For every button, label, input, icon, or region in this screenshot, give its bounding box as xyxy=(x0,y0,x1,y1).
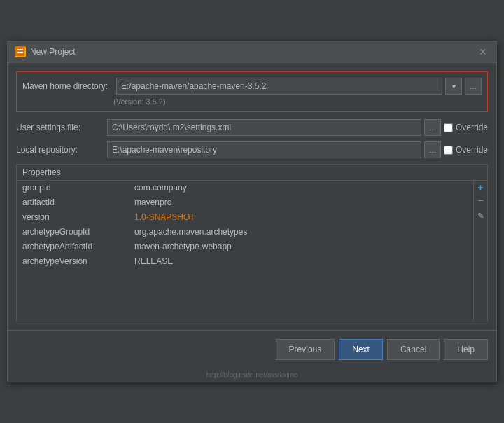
dialog-content: Maven home directory: ▾ … (Version: 3.5.… xyxy=(8,63,496,330)
remove-property-button[interactable]: − xyxy=(475,195,486,206)
table-row[interactable]: version1.0-SNAPSHOT xyxy=(17,210,473,225)
table-row[interactable]: archetypeArtifactIdmaven-archetype-webap… xyxy=(17,240,473,254)
prop-value: mavenpro xyxy=(134,197,172,207)
local-repo-row: Local repository: … Override xyxy=(16,141,488,158)
prop-value: RELEASE xyxy=(134,256,173,266)
prop-key: groupId xyxy=(22,183,134,193)
properties-section: Properties groupIdcom.companyartifactIdm… xyxy=(16,164,488,321)
watermark: http://blog.csdn.net/markximo xyxy=(8,368,496,382)
dialog-title: New Project xyxy=(30,47,76,57)
maven-browse-button[interactable]: … xyxy=(465,78,482,95)
user-settings-input-group: … Override xyxy=(107,119,488,136)
local-repo-input-group: … Override xyxy=(107,141,488,158)
user-settings-override-checkbox[interactable] xyxy=(444,123,453,132)
maven-input[interactable] xyxy=(116,78,442,95)
prop-value: maven-archetype-webapp xyxy=(134,242,232,251)
local-repo-label: Local repository: xyxy=(16,145,107,155)
local-repo-override-label: Override xyxy=(456,145,488,155)
dialog-icon xyxy=(15,46,26,57)
table-row[interactable]: archetypeVersionRELEASE xyxy=(17,254,473,269)
user-settings-override-group: Override xyxy=(444,123,488,132)
title-bar: New Project ✕ xyxy=(8,41,496,63)
maven-section: Maven home directory: ▾ … (Version: 3.5.… xyxy=(16,71,488,112)
help-button[interactable]: Help xyxy=(444,339,488,360)
next-button[interactable]: Next xyxy=(339,339,383,360)
user-settings-row: User settings file: … Override xyxy=(16,119,488,136)
maven-dropdown-button[interactable]: ▾ xyxy=(445,78,462,95)
user-settings-override-label: Override xyxy=(456,123,488,132)
title-bar-left: New Project xyxy=(15,46,76,57)
cancel-button[interactable]: Cancel xyxy=(387,339,440,360)
properties-body: groupIdcom.companyartifactIdmavenprovers… xyxy=(17,181,487,321)
button-row: Previous Next Cancel Help xyxy=(8,330,496,368)
prop-key: version xyxy=(22,212,134,222)
prop-key: archetypeArtifactId xyxy=(22,242,134,251)
user-settings-browse-button[interactable]: … xyxy=(424,119,441,136)
user-settings-label: User settings file: xyxy=(16,123,107,132)
edit-property-button[interactable]: ✎ xyxy=(475,210,486,221)
table-row[interactable]: archetypeGroupIdorg.apache.maven.archety… xyxy=(17,225,473,240)
properties-table: groupIdcom.companyartifactIdmavenprovers… xyxy=(17,181,473,321)
close-button[interactable]: ✕ xyxy=(477,46,489,58)
prop-key: archetypeGroupId xyxy=(22,227,134,237)
table-row[interactable]: artifactIdmavenpro xyxy=(17,195,473,210)
properties-sidebar: + − ✎ xyxy=(473,181,487,321)
prop-value: 1.0-SNAPSHOT xyxy=(134,212,195,222)
prop-value: com.company xyxy=(134,183,187,193)
svg-rect-1 xyxy=(18,49,23,50)
local-repo-override-group: Override xyxy=(444,145,488,155)
properties-header: Properties xyxy=(17,165,487,181)
maven-home-row: Maven home directory: ▾ … xyxy=(22,78,482,95)
new-project-dialog: New Project ✕ Maven home directory: ▾ … … xyxy=(7,41,497,382)
prop-key: artifactId xyxy=(22,197,134,207)
previous-button[interactable]: Previous xyxy=(276,339,335,360)
local-repo-override-checkbox[interactable] xyxy=(444,146,453,155)
add-property-button[interactable]: + xyxy=(475,182,486,193)
local-repo-browse-button[interactable]: … xyxy=(424,141,441,158)
svg-rect-2 xyxy=(18,52,23,53)
maven-label: Maven home directory: xyxy=(22,81,113,91)
prop-value: org.apache.maven.archetypes xyxy=(134,227,247,237)
local-repo-input[interactable] xyxy=(107,141,421,158)
prop-key: archetypeVersion xyxy=(22,256,134,266)
maven-version: (Version: 3.5.2) xyxy=(113,97,482,106)
table-row[interactable]: groupIdcom.company xyxy=(17,181,473,195)
user-settings-input[interactable] xyxy=(107,119,421,136)
